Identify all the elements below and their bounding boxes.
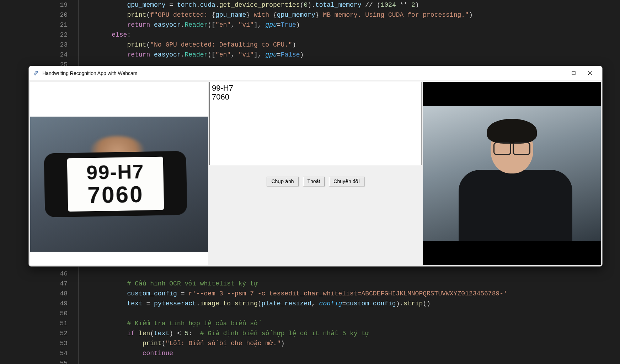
code-line[interactable]: continue xyxy=(96,348,620,358)
code-line[interactable]: if len(text) < 5: # Giả định biển số hợp… xyxy=(96,328,620,338)
code-line[interactable]: else: xyxy=(96,30,620,40)
code-line[interactable] xyxy=(96,358,620,364)
app-body: 99-H7 7060 99-H7 7060 Chụp ảnh Thoát Chu… xyxy=(29,80,602,266)
code-line[interactable]: custom_config = r'--oem 3 --psm 7 -c tes… xyxy=(96,289,620,299)
minimize-button[interactable] xyxy=(549,66,565,80)
captured-image: 99-H7 7060 xyxy=(30,117,208,252)
maximize-button[interactable] xyxy=(565,66,582,80)
code-line[interactable] xyxy=(96,309,620,318)
line-number: 53 xyxy=(0,338,68,348)
captured-image-panel: 99-H7 7060 xyxy=(30,82,208,265)
person-graphic xyxy=(451,117,579,241)
license-plate: 99-H7 7060 xyxy=(67,156,164,212)
svg-rect-2 xyxy=(572,71,575,75)
code-line[interactable]: gpu_memory = torch.cuda.get_device_prope… xyxy=(96,0,620,10)
window-controls xyxy=(549,66,598,80)
line-number: 47 xyxy=(0,279,68,289)
code-line[interactable]: print(f"GPU detected: {gpu_name} with {g… xyxy=(96,10,620,20)
code-line[interactable]: text = pytesseract.image_to_string(plate… xyxy=(96,299,620,309)
capture-button[interactable]: Chụp ảnh xyxy=(267,177,298,186)
code-line[interactable]: return easyocr.Reader(["en", "vi"], gpu=… xyxy=(96,50,620,60)
code-line[interactable]: return easyocr.Reader(["en", "vi"], gpu=… xyxy=(96,20,620,30)
code-line[interactable]: # Kiểm tra tính hợp lệ của biển số xyxy=(96,318,620,328)
app-window: Handwriting Recognition App with Webcam … xyxy=(28,66,603,267)
plate-line-1: 99-H7 xyxy=(86,161,144,182)
plate-line-2: 7060 xyxy=(87,183,144,207)
code-line[interactable]: print("No GPU detected: Defaulting to CP… xyxy=(96,40,620,50)
button-row: Chụp ảnh Thoát Chuyển đổi xyxy=(209,177,422,186)
webcam-panel xyxy=(423,82,601,265)
center-panel: 99-H7 7060 Chụp ảnh Thoát Chuyển đổi xyxy=(209,82,422,265)
phone-graphic: 99-H7 7060 xyxy=(44,151,187,217)
exit-button[interactable]: Thoát xyxy=(303,177,325,186)
code-line[interactable]: print("Lỗi: Biển số bị che hoặc mờ.") xyxy=(96,338,620,348)
line-number: 51 xyxy=(0,318,68,328)
line-number: 20 xyxy=(0,10,68,20)
line-number: 21 xyxy=(0,20,68,30)
line-number: 55 xyxy=(0,358,68,364)
line-number: 49 xyxy=(0,299,68,309)
ocr-output-text[interactable]: 99-H7 7060 xyxy=(209,82,422,165)
line-number: 48 xyxy=(0,289,68,299)
feather-icon xyxy=(33,70,39,76)
line-number: 24 xyxy=(0,50,68,60)
close-button[interactable] xyxy=(582,66,598,80)
line-number: 22 xyxy=(0,30,68,40)
line-number: 46 xyxy=(0,269,68,279)
line-number: 23 xyxy=(0,40,68,50)
line-number: 19 xyxy=(0,0,68,10)
code-line[interactable]: # Cấu hình OCR với whitelist ký tự xyxy=(96,279,620,289)
titlebar[interactable]: Handwriting Recognition App with Webcam xyxy=(29,66,602,80)
line-number: 50 xyxy=(0,309,68,318)
line-number: 54 xyxy=(0,348,68,358)
line-number: 52 xyxy=(0,328,68,338)
window-title: Handwriting Recognition App with Webcam xyxy=(42,70,137,76)
code-line[interactable] xyxy=(96,269,620,279)
webcam-feed xyxy=(423,106,601,241)
convert-button[interactable]: Chuyển đổi xyxy=(329,177,364,186)
